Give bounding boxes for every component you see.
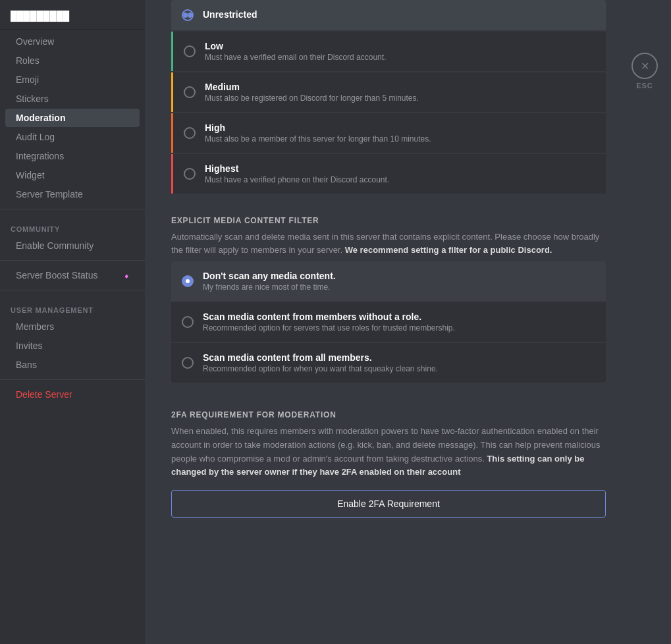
- option-desc-no-role: Recommended option for servers that use …: [203, 323, 455, 333]
- option-desc-low: Must have a verified email on their Disc…: [205, 53, 386, 62]
- filter-option-no-role[interactable]: Scan media content from members without …: [171, 302, 606, 342]
- boost-icon: ⬧: [124, 270, 129, 281]
- sidebar-item-emoji[interactable]: Emoji: [5, 70, 140, 89]
- option-title-medium: Medium: [205, 82, 419, 92]
- option-desc-highest: Must have a verified phone on their Disc…: [205, 175, 389, 184]
- radio-high: [184, 127, 196, 139]
- sidebar-item-enable-community[interactable]: Enable Community: [5, 236, 140, 255]
- user-management-section-label: USER MANAGEMENT: [0, 296, 145, 317]
- option-text-medium: Medium Must also be registered on Discor…: [205, 82, 419, 103]
- sidebar-item-integrations[interactable]: Integrations: [5, 147, 140, 165]
- radio-medium: [184, 86, 196, 98]
- sidebar-item-invites[interactable]: Invites: [5, 336, 140, 355]
- verification-option-high[interactable]: High Must also be a member of this serve…: [171, 113, 606, 153]
- community-section-label: COMMUNITY: [0, 215, 145, 236]
- sidebar-item-server-template[interactable]: Server Template: [5, 185, 140, 203]
- divider-1: [0, 209, 145, 209]
- esc-circle[interactable]: ✕: [631, 53, 658, 79]
- twofa-section: 2FA REQUIREMENT FOR MODERATION When enab…: [171, 410, 606, 518]
- option-desc-no-scan: My friends are nice most of the time.: [203, 282, 336, 292]
- option-desc-medium: Must also be registered on Discord for l…: [205, 94, 419, 103]
- option-title-all-members: Scan media content from all members.: [203, 352, 438, 363]
- server-boost-label: Server Boost Status: [16, 270, 98, 281]
- radio-highest: [184, 168, 196, 180]
- radio-low: [184, 45, 196, 57]
- twofa-title: 2FA REQUIREMENT FOR MODERATION: [171, 410, 606, 419]
- close-icon: ✕: [641, 60, 649, 72]
- sidebar-item-overview[interactable]: Overview: [5, 32, 140, 51]
- sidebar-item-moderation[interactable]: Moderation: [5, 109, 140, 127]
- radio-all-members: [182, 357, 194, 369]
- divider-4: [0, 379, 145, 380]
- option-text-all-members: Scan media content from all members. Rec…: [203, 352, 438, 373]
- esc-button[interactable]: ✕ ESC: [631, 53, 658, 90]
- option-title-low: Low: [205, 41, 386, 51]
- option-title-no-role: Scan media content from members without …: [203, 311, 455, 322]
- sidebar-item-audit-log[interactable]: Audit Log: [5, 128, 140, 146]
- media-filter-options: Don't scan any media content. My friends…: [171, 261, 606, 384]
- sidebar-item-bans[interactable]: Bans: [5, 356, 140, 374]
- radio-unrestricted: [182, 9, 194, 21]
- explicit-media-desc-bold: We recommend setting a filter for a publ…: [345, 245, 552, 255]
- option-text-high: High Must also be a member of this serve…: [205, 122, 431, 144]
- verification-option-unrestricted[interactable]: Unrestricted: [171, 0, 606, 30]
- option-title-no-scan: Don't scan any media content.: [203, 271, 336, 281]
- option-text-highest: Highest Must have a verified phone on th…: [205, 163, 389, 184]
- option-text-no-scan: Don't scan any media content. My friends…: [203, 271, 336, 292]
- sidebar-item-delete-server[interactable]: Delete Server: [5, 385, 140, 404]
- server-name: █████████: [0, 5, 145, 30]
- divider-3: [0, 290, 145, 290]
- filter-option-all-members[interactable]: Scan media content from all members. Rec…: [171, 343, 606, 383]
- sidebar-item-widget[interactable]: Widget: [5, 166, 140, 184]
- option-desc-high: Must also be a member of this server for…: [205, 134, 431, 144]
- option-title-high: High: [205, 122, 431, 133]
- option-desc-all-members: Recommended option for when you want tha…: [203, 364, 438, 373]
- divider-2: [0, 260, 145, 261]
- verification-option-low[interactable]: Low Must have a verified email on their …: [171, 32, 606, 71]
- explicit-media-desc: Automatically scan and delete media sent…: [171, 230, 606, 256]
- esc-label: ESC: [636, 82, 653, 90]
- sidebar: █████████ Overview Roles Emoji Stickers …: [0, 0, 145, 644]
- sidebar-item-stickers[interactable]: Stickers: [5, 90, 140, 108]
- explicit-media-title: EXPLICIT MEDIA CONTENT FILTER: [171, 216, 606, 225]
- verification-option-highest[interactable]: Highest Must have a verified phone on th…: [171, 154, 606, 194]
- enable-2fa-button[interactable]: Enable 2FA Requirement: [171, 490, 606, 518]
- option-title-highest: Highest: [205, 163, 389, 174]
- twofa-desc: When enabled, this requires members with…: [171, 425, 606, 479]
- explicit-media-section: EXPLICIT MEDIA CONTENT FILTER Automatica…: [171, 216, 606, 256]
- radio-no-role: [182, 316, 194, 328]
- sidebar-item-members[interactable]: Members: [5, 317, 140, 336]
- sidebar-item-server-boost[interactable]: Server Boost Status ⬧: [5, 266, 140, 284]
- radio-no-scan: [182, 275, 194, 287]
- sidebar-item-roles[interactable]: Roles: [5, 51, 140, 70]
- verification-option-medium[interactable]: Medium Must also be registered on Discor…: [171, 72, 606, 112]
- main-content: Unrestricted Low Must have a verified em…: [145, 0, 671, 644]
- filter-option-no-scan[interactable]: Don't scan any media content. My friends…: [171, 261, 606, 301]
- option-text-low: Low Must have a verified email on their …: [205, 41, 386, 62]
- option-text-unrestricted: Unrestricted: [203, 9, 257, 21]
- option-title-unrestricted: Unrestricted: [203, 9, 257, 20]
- verification-options: Unrestricted Low Must have a verified em…: [171, 0, 606, 195]
- option-text-no-role: Scan media content from members without …: [203, 311, 455, 333]
